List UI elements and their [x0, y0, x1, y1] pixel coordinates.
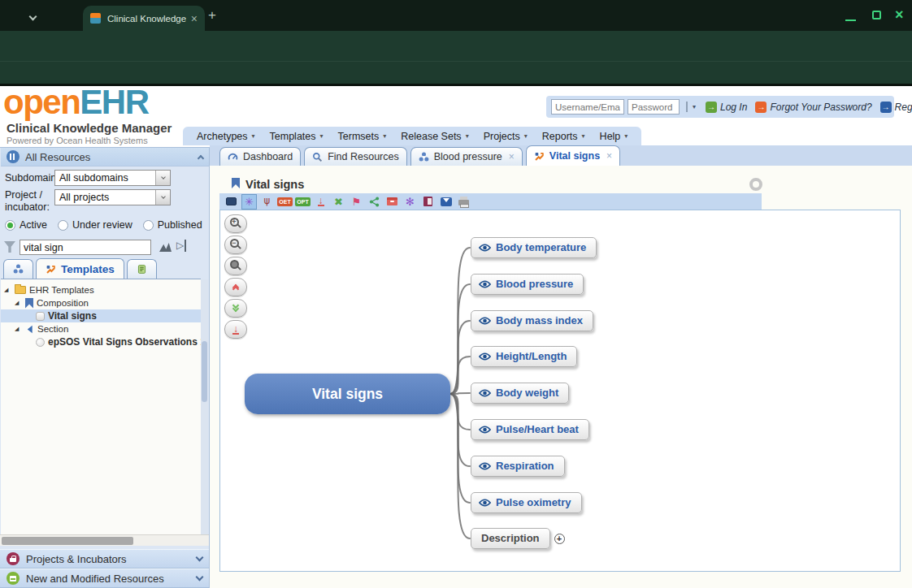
resource-tree: ◢EHR Templates◢CompositionVital signs◢Se… — [1, 279, 201, 534]
zoom-out-button[interactable]: − — [224, 236, 247, 254]
resource-title: Vital signs — [245, 178, 304, 191]
export-book-button[interactable] — [421, 195, 435, 209]
tree-item-composition[interactable]: ◢Composition — [1, 296, 201, 309]
expand-all-button[interactable] — [224, 299, 247, 318]
mindmap-node-pulse-oximetry[interactable]: Pulse oximetry — [471, 492, 582, 513]
mindmap-node-respiration[interactable]: Respiration — [471, 456, 565, 477]
archetype-icon — [419, 152, 429, 162]
mindmap-root[interactable]: Vital signs — [245, 374, 450, 414]
openehr-logo[interactable]: openEHR — [3, 84, 149, 120]
tree-item-epsos-vital-signs-observations-1-3-6-1[interactable]: epSOS Vital Signs Observations 1.3.6.1 — [1, 335, 201, 348]
node-icon — [36, 338, 45, 347]
browser-tab[interactable]: Clinical Knowledge Manager × — [83, 6, 205, 31]
menu-termsets[interactable]: Termsets▾ — [331, 131, 394, 142]
menu-reports[interactable]: Reports▾ — [535, 131, 593, 142]
expand-node-icon[interactable]: + — [554, 534, 565, 544]
remember-me-checkbox[interactable] — [686, 102, 688, 112]
share-button[interactable] — [367, 195, 381, 209]
menu-archetypes[interactable]: Archetypes▾ — [189, 131, 263, 142]
search-icon — [312, 152, 323, 162]
tree-item-section[interactable]: ◢Section — [1, 322, 201, 335]
endorse-button[interactable]: ⚑ — [350, 195, 363, 209]
all-resources-icon — [7, 150, 20, 163]
download-mindmap-button[interactable]: ↓ — [224, 320, 247, 339]
tab-dashboard[interactable]: Dashboard — [219, 147, 301, 166]
tree-expander-icon[interactable]: ◢ — [15, 326, 22, 332]
tree-horizontal-scrollbar[interactable] — [0, 534, 209, 546]
mindmap-node-description[interactable]: Description — [471, 528, 550, 549]
mindmap-node-blood-pressure[interactable]: Blood pressure — [471, 274, 584, 295]
chevron-down-icon — [196, 573, 204, 582]
sidebar-tab-archetypes[interactable] — [3, 259, 33, 279]
download-button[interactable]: ↓ — [314, 195, 328, 209]
login-options-caret-icon[interactable]: ▾ — [693, 103, 696, 110]
tree-expander-icon[interactable]: ◢ — [15, 300, 22, 306]
zoom-in-button[interactable]: + — [224, 214, 247, 233]
table-view-icon — [226, 197, 237, 205]
endorse-icon: ⚑ — [352, 197, 362, 207]
mindmap-node-body-temperature[interactable]: Body temperature — [471, 237, 597, 258]
menu-release-sets[interactable]: Release Sets▾ — [393, 131, 476, 142]
table-view-button[interactable] — [224, 195, 238, 209]
window-minimize-button[interactable] — [845, 19, 856, 21]
sidebar-tab-termsets[interactable] — [127, 259, 157, 279]
sidebar-tabs: Templates — [3, 258, 157, 279]
project-select[interactable]: All projects — [54, 189, 171, 205]
sidebar-tab-templates[interactable]: Templates — [36, 258, 124, 279]
tree-item-vital-signs[interactable]: Vital signs — [1, 309, 201, 322]
mindmap-node-body-mass-index[interactable]: Body mass index — [471, 310, 593, 331]
tab-blood-pressure[interactable]: Blood pressure× — [410, 147, 523, 166]
forgot-password-link[interactable]: →Forgot Your Password? — [755, 102, 871, 113]
log-in-arrow-icon: → — [706, 102, 717, 113]
collapse-sidebar-icon[interactable] — [198, 155, 204, 162]
register-link[interactable]: →Register — [880, 102, 912, 113]
password-input[interactable] — [628, 99, 680, 115]
oet-download-button[interactable]: OET — [278, 195, 292, 209]
tab-close-icon[interactable]: × — [509, 151, 515, 162]
all-resources-header[interactable]: All Resources — [1, 148, 209, 166]
print-button[interactable] — [457, 195, 471, 209]
radio-published[interactable]: Published — [143, 219, 202, 231]
loading-ring-icon — [749, 178, 762, 191]
mindmap-node-body-weight[interactable]: Body weight — [471, 383, 569, 404]
menu-templates[interactable]: Templates▾ — [263, 131, 331, 142]
archive-button[interactable] — [385, 195, 399, 209]
tab-vital-signs[interactable]: Vital signs× — [526, 145, 620, 166]
collapse-all-button[interactable] — [224, 278, 247, 296]
tree-view-button[interactable]: ⋔ — [260, 195, 274, 209]
chevron-down-icon — [28, 12, 37, 20]
window-close-button[interactable]: × — [895, 6, 904, 24]
opt-download-button[interactable]: OPT — [296, 195, 310, 209]
tab-close-icon[interactable]: × — [191, 12, 198, 25]
collapse-button[interactable]: ✖ — [332, 195, 345, 209]
zoom-reset-button[interactable] — [224, 257, 247, 275]
dashboard-icon — [228, 152, 238, 162]
tab-search-button[interactable] — [24, 10, 41, 23]
subdomain-select[interactable]: All subdomains — [54, 170, 171, 186]
window-maximize-button[interactable] — [872, 11, 881, 19]
username-input[interactable] — [551, 99, 624, 115]
mindmap-view-button[interactable]: ✳ — [242, 195, 256, 209]
mindmap-node-height-length[interactable]: Height/Length — [471, 346, 577, 367]
radio-active[interactable]: Active — [5, 219, 47, 231]
browser-toolbar: ← → ↻ ckm.openehr.org/ckm/templates/1013… — [0, 31, 912, 61]
mindmap-node-pulse-heart-beat[interactable]: Pulse/Heart beat — [471, 419, 589, 440]
tree-item-ehr-templates[interactable]: ◢EHR Templates — [1, 283, 201, 296]
panel-new-modified-resources[interactable]: New and Modified Resources — [0, 569, 209, 588]
tab-close-icon[interactable]: × — [606, 150, 612, 162]
panel-projects-incubators[interactable]: Projects & Incubators — [0, 549, 209, 569]
tab-find-resources[interactable]: Find Resources — [304, 147, 407, 166]
new-tab-button[interactable]: + — [208, 7, 216, 24]
mindmap-view-icon: ✳ — [245, 197, 254, 207]
search-input[interactable] — [20, 240, 151, 255]
tree-expander-icon[interactable]: ◢ — [4, 287, 11, 293]
cycle-button[interactable]: ✻ — [403, 195, 417, 209]
menu-help[interactable]: Help▾ — [593, 131, 636, 142]
run-filter-icon[interactable]: ▷ — [176, 240, 186, 252]
menu-projects[interactable]: Projects▾ — [476, 131, 535, 142]
log-in-button[interactable]: →Log In — [706, 102, 747, 113]
download-icon: ↓ — [318, 197, 324, 206]
email-button[interactable] — [439, 195, 453, 209]
radio-under-review[interactable]: Under review — [58, 219, 132, 231]
tree-vertical-scrollbar[interactable] — [201, 279, 208, 534]
